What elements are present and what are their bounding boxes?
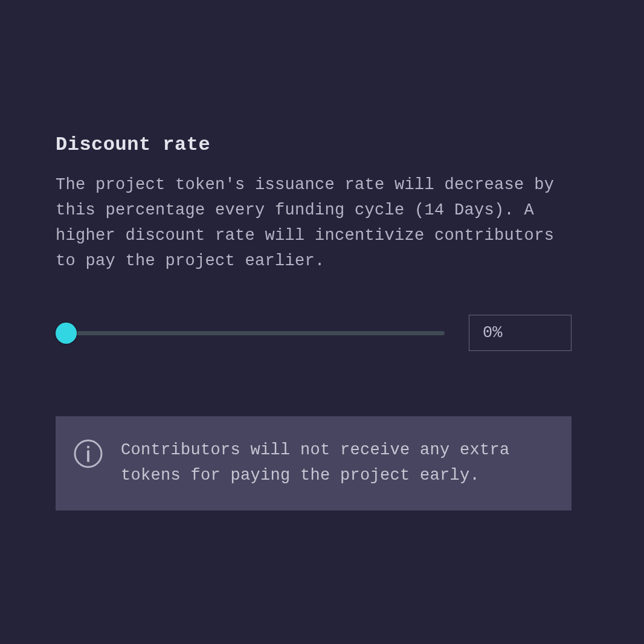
slider-track: [63, 331, 445, 335]
info-box: Contributors will not receive any extra …: [56, 416, 572, 510]
section-description: The project token's issuance rate will d…: [56, 173, 572, 274]
svg-point-2: [87, 446, 89, 448]
info-message: Contributors will not receive any extra …: [121, 438, 553, 489]
discount-rate-input[interactable]: [469, 315, 572, 351]
info-icon: [74, 438, 103, 468]
discount-rate-slider[interactable]: [56, 322, 445, 344]
slider-thumb[interactable]: [56, 323, 77, 344]
discount-rate-panel: Discount rate The project token's issuan…: [56, 134, 572, 510]
slider-row: [56, 315, 572, 351]
section-title: Discount rate: [56, 134, 572, 156]
